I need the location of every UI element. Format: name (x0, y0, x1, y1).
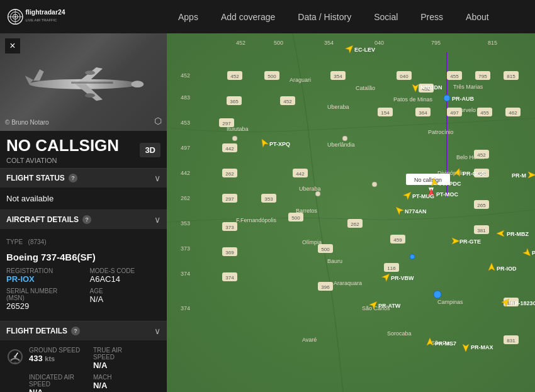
svg-text:262: 262 (351, 221, 359, 227)
mach-value: N/A (93, 381, 145, 390)
flight-details-help-icon[interactable]: ? (71, 327, 80, 335)
true-air-speed-label: TRUE AIR SPEED (93, 347, 145, 361)
expand-icon[interactable]: ⬡ (154, 116, 162, 126)
svg-text:PR-GTE: PR-GTE (459, 238, 481, 245)
svg-text:353: 353 (264, 196, 273, 202)
svg-text:452: 452 (230, 74, 239, 79)
registration-value[interactable]: PR-IOX (6, 274, 77, 284)
svg-text:353: 353 (181, 220, 190, 227)
svg-text:040: 040 (374, 40, 384, 46)
svg-text:831: 831 (507, 338, 515, 344)
type-code: (8734) (28, 238, 47, 245)
svg-point-139 (315, 191, 320, 196)
map-area[interactable]: 452 483 453 497 442 262 353 373 374 374 … (167, 33, 535, 392)
svg-text:N774AN: N774AN (405, 208, 427, 215)
view-3d-button[interactable]: 3D (140, 143, 160, 157)
mach-col: MACH N/A (93, 374, 145, 392)
svg-text:453: 453 (181, 120, 190, 126)
svg-text:374: 374 (181, 305, 190, 311)
photo-credit: © Bruno Notaro (5, 119, 49, 126)
svg-text:PT-MOC: PT-MOC (532, 250, 535, 256)
aircraft-details-content: TYPE (8734) Boeing 737-4B6(SF) REGISTRAT… (0, 229, 167, 321)
registration-label: REGISTRATION (6, 267, 77, 274)
svg-text:455: 455 (480, 110, 489, 116)
mode-s-value: A6AC14 (90, 274, 161, 284)
svg-text:262: 262 (181, 195, 190, 201)
ground-speed-unit: kts (45, 355, 55, 362)
true-air-speed-value: N/A (93, 361, 145, 370)
svg-point-141 (434, 291, 441, 298)
svg-text:815: 815 (488, 40, 497, 46)
aircraft-photo (0, 33, 167, 131)
svg-text:452: 452 (477, 152, 486, 158)
svg-text:442: 442 (181, 170, 190, 176)
nav-item-about[interactable]: About (454, 0, 500, 33)
aircraft-details-title: AIRCRAFT DETAILS ? (6, 215, 91, 224)
ground-speed-label: GROUND SPEED (29, 347, 81, 354)
flightradar24-logo[interactable]: flightradar24 LIVE AIR TRAFFIC (6, 4, 88, 30)
svg-text:Campinas: Campinas (437, 299, 463, 305)
svg-text:PT-XPQ: PT-XPQ (269, 141, 290, 147)
svg-text:497: 497 (450, 110, 459, 116)
svg-point-136 (232, 136, 237, 141)
svg-point-12 (84, 93, 94, 98)
nav-item-apps[interactable]: Apps (167, 0, 210, 33)
flight-details-content: ⊙ GROUND SPEED 433 kts TRUE AIR SPEED N/… (0, 340, 167, 392)
aircraft-model: Boeing 737-4B6(SF) (6, 252, 160, 262)
ground-speed-row: ⊙ GROUND SPEED 433 kts TRUE AIR SPEED N/… (6, 347, 160, 392)
svg-text:815: 815 (507, 74, 515, 79)
svg-text:455: 455 (450, 74, 459, 79)
sidebar: × (0, 33, 167, 392)
close-button[interactable]: × (5, 38, 20, 53)
svg-text:PR-IOD: PR-IOD (497, 266, 517, 272)
svg-text:PR-MS7: PR-MS7 (435, 340, 456, 347)
flight-status-help-icon[interactable]: ? (69, 174, 77, 182)
svg-text:116: 116 (387, 266, 396, 271)
age-col: AGE N/A (90, 288, 161, 311)
svg-text:500: 500 (291, 215, 300, 221)
svg-text:Bauru: Bauru (327, 258, 342, 264)
svg-text:PR-VBW: PR-VBW (391, 275, 414, 281)
svg-text:Uberlândia: Uberlândia (327, 142, 355, 148)
svg-text:795: 795 (478, 74, 487, 79)
svg-text:373: 373 (225, 225, 234, 230)
svg-point-11 (84, 71, 94, 76)
svg-text:795: 795 (431, 40, 441, 46)
svg-point-9 (131, 81, 144, 88)
nav-item-add-coverage[interactable]: Add coverage (210, 0, 286, 33)
mode-s-col: MODE-S CODE A6AC14 (90, 267, 161, 284)
type-row: TYPE (8734) (6, 235, 160, 247)
flight-status-value: Not available (6, 194, 160, 203)
svg-text:500: 500 (274, 40, 283, 46)
svg-text:Catalão: Catalão (356, 85, 375, 91)
aircraft-details-help-icon[interactable]: ? (82, 215, 91, 224)
nav-item-data-history[interactable]: Data / History (286, 0, 363, 33)
svg-text:flightradar24: flightradar24 (26, 9, 65, 16)
nav-item-social[interactable]: Social (363, 0, 409, 33)
speedometer-icon: ⊙ (6, 347, 24, 364)
svg-text:F.Fernandópolis: F.Fernandópolis (236, 217, 277, 223)
age-label: AGE (90, 288, 161, 294)
flight-status-header[interactable]: FLIGHT STATUS ? ∨ (0, 168, 167, 188)
aircraft-details-header[interactable]: AIRCRAFT DETAILS ? ∨ (0, 210, 167, 229)
svg-rect-10 (71, 82, 113, 84)
svg-text:462: 462 (509, 110, 517, 116)
svg-text:Uberaba: Uberaba (299, 186, 321, 192)
svg-text:PR-PDC: PR-PDC (439, 181, 461, 187)
aircraft-image: × (0, 33, 167, 131)
svg-text:PT-MOC: PT-MOC (436, 191, 458, 198)
svg-text:452: 452 (283, 99, 292, 104)
flight-details-header[interactable]: FLIGHT DETAILS ? ∨ (0, 321, 167, 340)
registration-mode-row: REGISTRATION PR-IOX MODE-S CODE A6AC14 (6, 267, 160, 284)
svg-text:374: 374 (225, 275, 234, 281)
nav-item-press[interactable]: Press (409, 0, 454, 33)
svg-point-137 (342, 136, 347, 141)
svg-text:373: 373 (181, 245, 190, 252)
svg-text:500: 500 (268, 74, 276, 79)
svg-text:HP-1823CMP: HP-1823CMP (510, 300, 535, 306)
svg-text:297: 297 (222, 121, 231, 126)
speed-details: GROUND SPEED 433 kts TRUE AIR SPEED N/A … (29, 347, 145, 392)
indicated-mach-row: INDICATED AIR SPEED N/A MACH N/A (29, 374, 145, 392)
flight-status-chevron: ∨ (154, 173, 160, 183)
type-label: TYPE (6, 238, 23, 245)
